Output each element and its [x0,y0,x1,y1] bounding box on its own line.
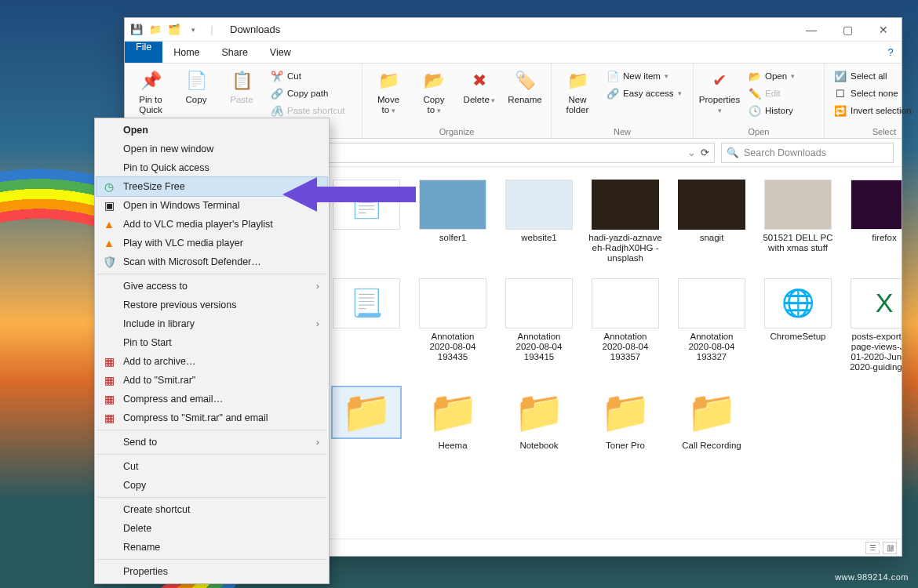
tab-home[interactable]: Home [162,42,210,63]
edit-button[interactable]: ✏️Edit [745,85,818,101]
newitem-icon: 📄 [607,70,619,82]
cut-icon: ✂️ [271,70,283,82]
pin-quick-button[interactable]: 📌 Pin to Quick access [129,67,172,125]
minimize-button[interactable]: — [793,18,829,42]
paste-shortcut-button[interactable]: 🖇️Paste shortcut [268,103,355,118]
ctx-add-archive[interactable]: ▦Add to archive… [97,352,327,371]
folder2-icon[interactable]: 🗂️ [167,23,181,37]
ribbon-help-icon[interactable]: ? [880,42,902,63]
refresh-icon[interactable]: ⟳ [701,147,709,158]
folder-thumb: 📁 [678,387,745,437]
ctx-copy[interactable]: Copy [97,476,327,495]
easyaccess-icon: 🔗 [607,87,619,100]
ctx-open-new-window[interactable]: Open in new window [97,140,327,158]
ctx-send-to[interactable]: Send to [97,433,327,452]
ribbon-group-open: ✔︎Properties 📂Open ✏️Edit 🕓History Open [694,64,825,138]
file-item[interactable]: Annotation 2020-08-04 193415 [501,278,577,373]
tab-file[interactable]: File [125,42,162,63]
copy-button[interactable]: 📄 Copy [175,67,217,125]
ctx-open[interactable]: Open [97,121,327,140]
file-item[interactable]: Annotation 2020-08-04 193357 [588,278,663,373]
archive-icon: ▦ [102,373,116,387]
paste-icon: 📋 [230,69,253,93]
file-item[interactable]: firefox [847,180,902,264]
ctx-pin-quick[interactable]: Pin to Quick access [97,158,327,177]
ctx-pin-start[interactable]: Pin to Start [97,333,327,352]
cut-button[interactable]: ✂️Cut [268,68,355,84]
file-item[interactable]: 📁Call Recording [674,387,749,451]
file-item[interactable]: 🌐ChromeSetup [760,278,836,373]
new-folder-button[interactable]: 📁New folder [556,67,599,125]
copy-to-button[interactable]: 📂Copy to [413,67,455,125]
thumb [505,278,573,328]
ctx-compress-smit-email[interactable]: ▦Compress to "Smit.rar" and email [97,408,327,427]
file-item[interactable]: solfer1 [415,180,490,264]
file-item[interactable]: snagit [674,180,749,264]
select-all-button[interactable]: ☑️Select all [831,68,918,84]
ctx-give-access[interactable]: Give access to [97,277,327,296]
delete-button[interactable]: ✖Delete [458,67,501,125]
file-item[interactable]: 📃 [329,278,404,373]
thumb [592,180,659,230]
ctx-compress-email[interactable]: ▦Compress and email… [97,390,327,408]
ctx-create-shortcut[interactable]: Create shortcut [97,500,327,519]
easy-access-button[interactable]: 🔗Easy access [603,85,687,101]
props-icon: ✔︎ [708,69,731,93]
file-item[interactable]: Annotation 2020-08-04 193435 [415,278,490,373]
file-item[interactable]: 📄 [329,180,404,264]
file-item[interactable]: Xposts-export-by- page-views-Jun- 01-202… [847,278,902,373]
tab-view[interactable]: View [259,42,302,63]
file-item[interactable]: 📁Notebook [501,387,577,451]
thumb [851,180,902,230]
rename-button[interactable]: 🏷️Rename [504,67,546,125]
close-button[interactable]: ✕ [865,18,902,42]
maximize-button[interactable]: ▢ [829,18,865,42]
properties-button[interactable]: ✔︎Properties [698,67,741,125]
shield-icon: 🛡️ [102,255,116,269]
ctx-cut[interactable]: Cut [97,457,327,476]
ctx-windows-terminal[interactable]: ▣Open in Windows Terminal [97,196,327,215]
file-item[interactable]: 📁Toner Pro [588,387,663,451]
ctx-restore-versions[interactable]: Restore previous versions [97,296,327,314]
folder-icon[interactable]: 📁 [148,23,162,37]
file-item-selected[interactable]: 📁 [329,387,404,451]
vlc-icon: ▲ [102,217,116,231]
select-none-button[interactable]: ☐Select none [831,85,918,101]
invert-selection-button[interactable]: 🔁Invert selection [831,103,918,118]
tab-share[interactable]: Share [211,42,259,63]
edit-icon: ✏️ [749,87,761,100]
ctx-vlc-playlist[interactable]: ▲Add to VLC media player's Playlist [97,215,327,234]
archive-icon: ▦ [102,411,116,425]
save-icon[interactable]: 💾 [129,23,144,37]
file-item[interactable]: hadi-yazdi-aznave eh-RadjhX0HG - unsplas… [588,180,663,264]
thumb: 🌐 [764,278,832,328]
move-to-button[interactable]: 📁Move to [367,67,410,125]
file-item[interactable]: website1 [501,180,577,264]
ctx-defender[interactable]: 🛡️Scan with Microsoft Defender… [97,252,327,271]
open-button[interactable]: 📂Open [745,68,818,84]
terminal-icon: ▣ [102,198,116,212]
invert-icon: 🔁 [834,104,847,117]
ctx-include-library[interactable]: Include in library [97,314,327,333]
copy-path-button[interactable]: 🔗Copy path [268,85,355,101]
ctx-vlc-play[interactable]: ▲Play with VLC media player [97,234,327,252]
paste-button[interactable]: 📋 Paste [220,67,263,125]
thumb [505,180,573,230]
file-item[interactable]: Annotation 2020-08-04 193327 [674,278,749,373]
search-box[interactable]: 🔍 Search Downloads [721,143,894,163]
thumb [764,180,832,230]
history-button[interactable]: 🕓History [745,103,818,118]
ribbon-group-select: ☑️Select all ☐Select none 🔁Invert select… [825,64,918,138]
ctx-rename[interactable]: Rename [97,538,327,557]
ctx-delete[interactable]: Delete [97,519,327,538]
ctx-properties[interactable]: Properties [97,562,327,581]
vlc-icon: ▲ [102,236,116,250]
ctx-treesize[interactable]: ◷TreeSize Free [97,177,327,196]
file-item[interactable]: 📁Heema [415,387,490,451]
addr-dropdown-icon[interactable]: ⌄ [687,147,696,158]
delete-icon: ✖ [468,69,491,93]
file-item[interactable]: 501521 DELL PC with xmas stuff [760,180,836,264]
qat-more-icon[interactable]: ▾ [186,23,200,37]
new-item-button[interactable]: 📄New item [603,68,687,84]
ctx-add-smit-rar[interactable]: ▦Add to "Smit.rar" [97,371,327,390]
